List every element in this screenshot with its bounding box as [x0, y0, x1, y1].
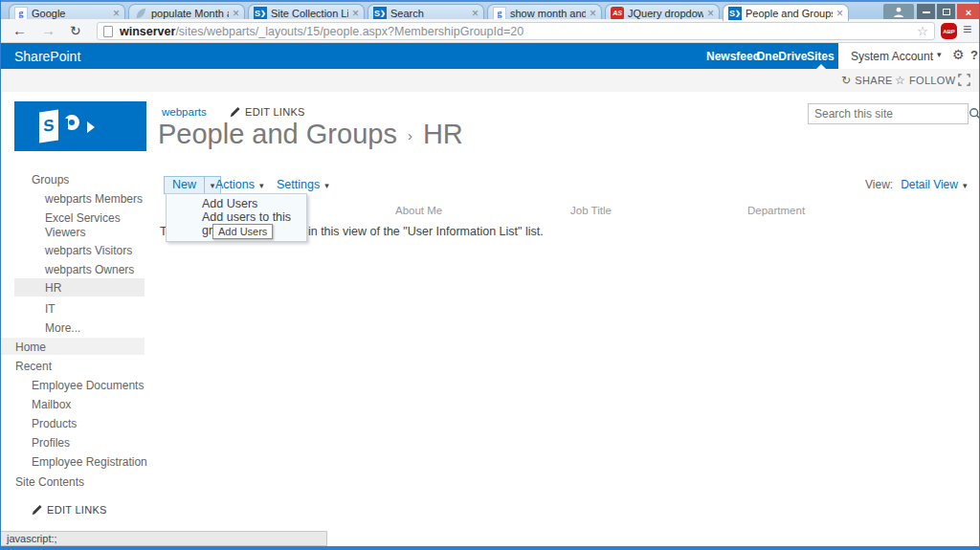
sharepoint-favicon: S❯ — [254, 7, 267, 20]
edit-links-label: EDIT LINKS — [245, 106, 305, 118]
minimize-button[interactable] — [917, 4, 935, 20]
sidebar-header-recent[interactable]: Recent — [15, 360, 52, 373]
minimize-icon — [923, 11, 930, 13]
sidebar-item-it[interactable]: IT — [45, 302, 56, 316]
sidebar-item-mailbox[interactable]: Mailbox — [32, 398, 71, 411]
edit-links-label: EDIT LINKS — [47, 504, 107, 516]
column-header-department[interactable]: Department — [747, 205, 805, 216]
address-bar[interactable]: winserver/sites/webparts/_layouts/15/peo… — [97, 22, 935, 40]
page-title: People and Groups›HR — [158, 119, 463, 150]
search-input[interactable] — [809, 107, 969, 121]
account-menu[interactable]: System Account — [851, 50, 933, 63]
aspsnippets-favicon: AS — [611, 7, 624, 20]
browser-toolbar: ← → ↻ winserver/sites/webparts/_layouts/… — [1, 19, 980, 43]
sidebar-item-employee-documents[interactable]: Employee Documents — [32, 379, 144, 392]
view-value[interactable]: Detail View — [901, 178, 958, 191]
google-favicon: g — [14, 7, 28, 20]
tab-title: show month and dat — [510, 8, 586, 19]
url-text: winserver/sites/webparts/_layouts/15/peo… — [120, 25, 917, 38]
sidebar-item-webparts-members[interactable]: webparts Members — [45, 192, 143, 206]
reload-button[interactable]: ↻ — [70, 21, 81, 40]
focus-on-content-button[interactable] — [958, 74, 970, 86]
chevron-down-icon[interactable]: ▾ — [963, 181, 968, 190]
tab-title: Search — [390, 8, 468, 19]
close-icon[interactable]: × — [233, 9, 239, 18]
tab-title: JQuery dropdownlist — [628, 8, 703, 19]
pencil-icon — [32, 505, 42, 516]
page-title-group: HR — [423, 119, 463, 149]
suite-link-newsfeed[interactable]: Newsfeed — [706, 50, 760, 63]
tab-title: Google — [32, 8, 109, 19]
tab-title: People and Groups — [746, 8, 833, 19]
tab-strip: g Google × populate Month and × S❯ Site … — [1, 0, 980, 19]
focus-icon — [958, 74, 970, 86]
edit-links-top[interactable]: EDIT LINKS — [230, 106, 305, 118]
forward-button[interactable]: → — [41, 21, 56, 40]
tooltip: Add Users — [212, 224, 273, 239]
tab-people-and-groups-active[interactable]: S❯ People and Groups × — [723, 4, 849, 21]
share-label: SHARE — [855, 75, 892, 86]
close-icon[interactable]: × — [836, 9, 843, 18]
menu-item-title: Add Users — [202, 197, 257, 210]
page-icon — [103, 26, 113, 37]
follow-button[interactable]: ☆ FOLLOW — [895, 74, 955, 87]
window-frame-bottom — [1, 546, 980, 550]
close-icon[interactable]: × — [113, 9, 120, 18]
window-close-button[interactable]: × — [957, 4, 980, 20]
sidebar-item-more[interactable]: More... — [45, 321, 80, 335]
sidebar-item-home[interactable]: Home — [15, 341, 46, 354]
selected-row-highlight — [14, 278, 145, 297]
sidebar-item-webparts-owners[interactable]: webparts Owners — [45, 263, 134, 276]
browser-profile-button[interactable] — [883, 4, 914, 20]
settings-menu[interactable]: Settings▾ — [277, 178, 329, 191]
breadcrumb-site-link[interactable]: webparts — [162, 106, 207, 118]
edit-links-sidebar[interactable]: EDIT LINKS — [32, 504, 107, 516]
sidebar-item-excel-services-viewers[interactable]: Excel Services Viewers — [45, 211, 141, 240]
follow-star-icon: ☆ — [895, 74, 905, 87]
close-icon[interactable]: × — [352, 9, 359, 18]
settings-label: Settings — [277, 178, 320, 191]
help-icon[interactable]: ? — [970, 48, 978, 62]
url-host: winserver — [120, 25, 175, 38]
sidebar-header-groups[interactable]: Groups — [32, 173, 69, 187]
site-search-box — [808, 103, 969, 124]
new-menu-button[interactable]: New ▾ — [164, 176, 221, 194]
breadcrumb-separator: › — [408, 127, 412, 143]
sharepoint-logo-ring-point — [87, 121, 95, 133]
actions-menu[interactable]: Actions▾ — [215, 178, 264, 191]
sidebar-item-products[interactable]: Products — [32, 417, 77, 430]
page-favicon — [134, 7, 147, 20]
new-label[interactable]: New — [165, 177, 204, 193]
column-header-about-me[interactable]: About Me — [395, 205, 442, 216]
maximize-icon — [943, 9, 950, 15]
sidebar-item-employee-registration[interactable]: Employee Registration — [32, 455, 147, 469]
suite-link-sites[interactable]: Sites — [807, 50, 835, 63]
follow-label: FOLLOW — [909, 75, 955, 86]
share-button[interactable]: ↻ SHARE — [841, 74, 893, 87]
back-button[interactable]: ← — [12, 21, 27, 40]
browser-menu-icon[interactable]: ≡ — [963, 21, 971, 38]
gear-icon[interactable]: ⚙ — [952, 47, 965, 62]
sharepoint-favicon: S❯ — [373, 7, 387, 20]
search-icon[interactable] — [969, 107, 980, 121]
google-favicon: g — [493, 7, 506, 20]
maximize-button[interactable] — [937, 4, 955, 20]
sidebar-item-webparts-visitors[interactable]: webparts Visitors — [45, 244, 132, 257]
adblock-extension-icon[interactable]: ABP — [941, 23, 957, 39]
view-selector: View:Detail View▾ — [865, 178, 967, 191]
bookmark-star-icon[interactable]: ☆ — [917, 24, 928, 38]
sidebar-item-hr-selected[interactable]: HR — [45, 281, 61, 295]
close-icon[interactable]: × — [590, 9, 596, 18]
sidebar-item-profiles[interactable]: Profiles — [32, 436, 70, 450]
sidebar-item-site-contents[interactable]: Site Contents — [15, 475, 84, 489]
close-icon[interactable]: × — [472, 9, 479, 18]
chevron-down-icon: ▾ — [937, 50, 942, 59]
column-header-job-title[interactable]: Job Title — [570, 205, 612, 216]
suite-link-onedrive[interactable]: OneDrive — [756, 50, 807, 63]
account-section: System Account ▾ ⚙ ? — [838, 43, 980, 69]
site-logo[interactable]: S — [14, 101, 146, 151]
close-icon[interactable]: × — [707, 9, 714, 18]
sharepoint-brand: SharePoint — [14, 49, 80, 64]
person-icon — [893, 7, 904, 17]
browser-window: g Google × populate Month and × S❯ Site … — [0, 0, 980, 550]
